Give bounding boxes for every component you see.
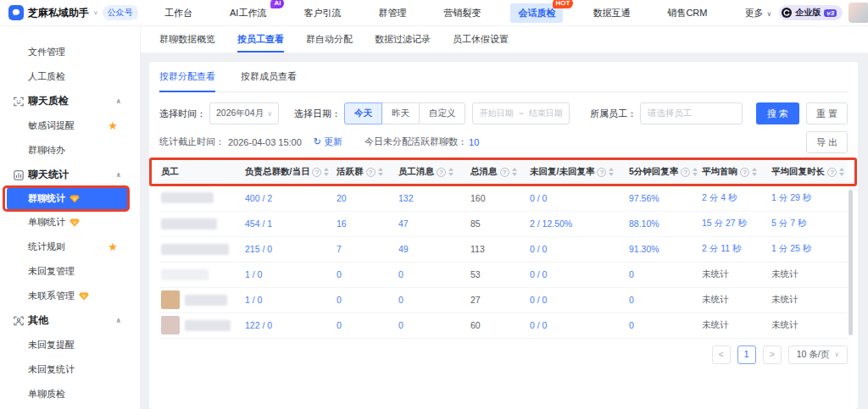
cell-value[interactable]: 400 / 2 [245, 193, 272, 203]
column-header-负责总群数/当日[interactable]: 负责总群数/当日? [243, 158, 335, 185]
info-icon[interactable]: ? [681, 168, 690, 177]
nav-item-营销裂变[interactable]: 营销裂变 [436, 3, 488, 23]
sidebar-item-群聊待办[interactable]: 群聊待办 [0, 138, 140, 163]
cell-value[interactable]: 97.56% [629, 193, 659, 203]
sidebar-item-未联系管理[interactable]: 未联系管理 [0, 284, 140, 308]
chevron-up-icon[interactable]: ∧ [116, 171, 122, 179]
info-icon[interactable]: ? [500, 168, 509, 177]
cell-value[interactable]: 1 分 25 秒 [771, 243, 811, 253]
nav-item-数据互通[interactable]: 数据互通 [585, 3, 637, 23]
nav-item-更多[interactable]: 更多∨ [737, 3, 779, 23]
info-icon[interactable]: ? [827, 168, 837, 177]
cell-value[interactable]: 1 / 0 [245, 269, 262, 279]
sidebar-section-聊天质检[interactable]: 聊天质检∧ [0, 89, 140, 113]
cell-value[interactable]: 215 / 0 [245, 244, 272, 254]
nav-item-会话质检[interactable]: 会话质检HOT [510, 3, 563, 23]
cell-value[interactable]: 88.10% [629, 218, 659, 229]
info-icon[interactable]: ? [437, 168, 446, 177]
sort-icon[interactable] [512, 168, 517, 176]
cell-value[interactable]: 0 [629, 320, 634, 330]
current-page-button[interactable]: 1 [737, 345, 756, 364]
refresh-link[interactable]: ↻ 更新 [314, 135, 342, 148]
cell-value[interactable]: 0 [398, 295, 403, 305]
employee-select[interactable]: 请选择员工 [640, 102, 743, 124]
cell-value[interactable]: 47 [398, 218, 409, 229]
sidebar-section-其他[interactable]: 其他∧ [0, 308, 140, 333]
sort-icon[interactable] [693, 168, 698, 176]
cell-value[interactable]: 1 / 0 [245, 295, 262, 305]
cell-value[interactable]: 0 / 0 [530, 193, 547, 203]
date-range-input[interactable]: 开始日期 ~ 结束日期 [472, 102, 570, 124]
cell-value[interactable]: 2 / 12.50% [530, 218, 572, 229]
cell-value[interactable]: 16 [337, 218, 347, 229]
date-option-昨天[interactable]: 昨天 [381, 102, 420, 124]
avatar[interactable] [849, 3, 868, 23]
sort-icon[interactable] [752, 168, 757, 176]
nav-item-客户引流[interactable]: 客户引流 [296, 3, 348, 23]
sort-icon[interactable] [448, 168, 453, 176]
sort-icon[interactable] [839, 168, 844, 176]
cell-value[interactable]: 15 分 27 秒 [702, 218, 747, 228]
cell-value[interactable]: 7 [337, 244, 342, 254]
sidebar-item-未回复统计[interactable]: 未回复统计 [0, 357, 140, 382]
export-button[interactable]: 导 出 [806, 131, 848, 153]
info-icon[interactable]: ? [740, 168, 749, 177]
column-header-总消息[interactable]: 总消息? [469, 158, 528, 185]
cell-value[interactable]: 5 分 7 秒 [771, 218, 806, 228]
account-type-badge[interactable]: 公众号 [103, 5, 138, 20]
sidebar-item-未回复提醒[interactable]: 未回复提醒 [0, 333, 140, 357]
nav-item-销售CRM[interactable]: 销售CRM [659, 3, 715, 23]
sidebar-item-人工质检[interactable]: 人工质检 [0, 64, 140, 89]
cell-value[interactable]: 1 分 29 秒 [771, 192, 811, 202]
cell-value[interactable]: 0 [629, 295, 634, 305]
sidebar-item-统计规则[interactable]: 统计规则★ [0, 235, 140, 259]
tab-数据过滤记录[interactable]: 数据过滤记录 [375, 26, 431, 53]
unassigned-value[interactable]: 10 [469, 137, 479, 147]
sort-icon[interactable] [378, 168, 383, 176]
sidebar-item-群聊统计[interactable]: 群聊统计 [7, 187, 128, 210]
prev-page-button[interactable]: < [712, 345, 731, 364]
chevron-up-icon[interactable]: ∧ [116, 97, 122, 105]
date-option-今天[interactable]: 今天 [344, 102, 382, 124]
cell-value[interactable]: 0 [398, 320, 403, 330]
cell-value[interactable]: 132 [398, 193, 414, 203]
subtab-按群分配查看[interactable]: 按群分配查看 [159, 62, 215, 92]
column-header-5分钟回复率[interactable]: 5分钟回复率? [627, 158, 700, 185]
cell-value[interactable]: 0 / 0 [530, 269, 547, 279]
subtab-按群成员查看[interactable]: 按群成员查看 [241, 62, 297, 92]
tab-群自动分配[interactable]: 群自动分配 [306, 26, 353, 53]
cell-value[interactable]: 0 / 0 [530, 295, 547, 305]
reset-button[interactable]: 重 置 [806, 102, 848, 124]
sidebar-item-未回复管理[interactable]: 未回复管理 [0, 259, 140, 284]
chevron-up-icon[interactable]: ∧ [116, 317, 122, 324]
cell-value[interactable]: 0 [337, 295, 342, 305]
cell-value[interactable]: 49 [398, 244, 409, 254]
sidebar-item-敏感词提醒[interactable]: 敏感词提醒★ [0, 113, 140, 138]
sidebar-item-单聊质检[interactable]: 单聊质检 [0, 382, 140, 406]
brand-area[interactable]: 芝麻私域助手 ∨ 公众号 [0, 5, 136, 20]
sidebar-item-文件管理[interactable]: 文件管理 [0, 40, 140, 64]
sidebar-section-聊天统计[interactable]: 聊天统计∧ [0, 163, 140, 187]
chevron-down-icon[interactable]: ∨ [93, 9, 98, 15]
cell-value[interactable]: 20 [337, 193, 347, 203]
column-header-平均首响[interactable]: 平均首响? [700, 158, 770, 185]
cell-value[interactable]: 122 / 0 [245, 320, 272, 330]
sidebar-item-单聊统计[interactable]: 单聊统计 [0, 210, 140, 235]
cell-value[interactable]: 0 [337, 320, 342, 330]
nav-item-AI工作流[interactable]: AI工作流AI [222, 3, 274, 23]
month-select[interactable]: 2026年04月 ∨ [209, 102, 279, 124]
next-page-button[interactable]: > [763, 345, 782, 364]
cell-value[interactable]: 0 / 0 [530, 320, 547, 330]
info-icon[interactable]: ? [366, 168, 376, 177]
column-header-员工消息[interactable]: 员工消息? [397, 158, 469, 185]
cell-value[interactable]: 0 [629, 269, 634, 279]
info-icon[interactable]: ? [597, 168, 606, 177]
cell-value[interactable]: 2 分 11 秒 [702, 243, 742, 253]
tab-按员工查看[interactable]: 按员工查看 [237, 26, 284, 53]
tab-员工休假设置[interactable]: 员工休假设置 [453, 26, 509, 53]
page-size-select[interactable]: 10 条/页 ∨ [788, 345, 848, 364]
cell-value[interactable]: 0 [398, 269, 403, 279]
sort-icon[interactable] [609, 168, 614, 176]
cell-value[interactable]: 454 / 1 [245, 218, 272, 229]
cell-value[interactable]: 91.30% [629, 244, 659, 254]
